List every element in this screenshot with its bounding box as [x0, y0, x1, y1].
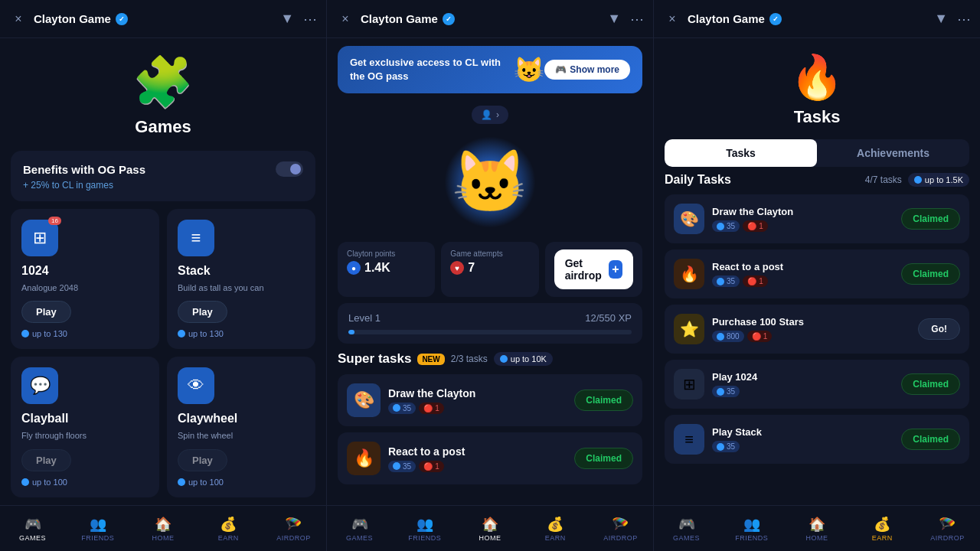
airdrop-nav-icon-1: 🪂	[285, 516, 302, 533]
claimed-daily-draw[interactable]: Claimed	[901, 208, 960, 230]
nav-friends-1[interactable]: 👥 FRIENDS	[65, 516, 130, 542]
game-card-stack: ≡ Stack Build as tall as you can Play up…	[167, 209, 315, 349]
nav-airdrop-3[interactable]: 🪂 AIRDROP	[915, 516, 980, 542]
task-info-draw: Draw the Clayton 35 🔴 1	[388, 387, 567, 414]
daily-task-thumb-stack: ≡	[674, 424, 704, 455]
nav-friends-2[interactable]: 👥 FRIENDS	[392, 516, 457, 542]
nav-earn-2[interactable]: 💰 EARN	[523, 516, 588, 542]
daily-task-name-draw: Draw the Clayton	[712, 206, 893, 217]
home-nav-label-2: HOME	[479, 534, 501, 542]
tag-r-draw: 🔴 1	[743, 220, 768, 232]
daily-task-name-react: React to a post	[712, 261, 893, 272]
verified-badge-tasks: ✓	[769, 13, 782, 25]
dropdown-icon-tasks[interactable]: ▼	[934, 11, 948, 27]
show-more-button[interactable]: 🎮 Show more	[544, 60, 630, 80]
game-reward-clayball: up to 100	[21, 478, 149, 487]
nav-friends-3[interactable]: 👥 FRIENDS	[719, 516, 784, 542]
super-tasks-header: Super tasks NEW 2/3 tasks up to 10K	[338, 351, 642, 367]
task-tags-draw: 35 🔴 1	[388, 403, 567, 414]
tab-tasks[interactable]: Tasks	[665, 139, 817, 167]
level-xp: 12/550 XP	[585, 312, 632, 324]
friends-nav-label-2: FRIENDS	[408, 534, 441, 542]
nav-earn-1[interactable]: 💰 EARN	[196, 516, 261, 542]
dropdown-icon-home[interactable]: ▼	[607, 11, 621, 27]
coin-icon-claywheel	[178, 478, 185, 486]
nav-home-2[interactable]: 🏠 HOME	[457, 516, 522, 542]
topbar-title-tasks: Clayton Game ✓	[688, 12, 928, 25]
nav-games-2[interactable]: 🎮 GAMES	[327, 516, 392, 542]
profile-pill[interactable]: 👤 ›	[472, 106, 508, 124]
close-icon-home[interactable]: ×	[336, 10, 354, 28]
home-nav-label-3: HOME	[806, 534, 828, 542]
daily-task-info-react: React to a post 35 🔴 1	[712, 261, 893, 287]
nav-games[interactable]: 🎮 GAMES	[0, 516, 65, 542]
airdrop-nav-label-1: AIRDROP	[276, 534, 311, 542]
stat-value-attempts: ♥ 7	[450, 261, 529, 275]
nav-earn-3[interactable]: 💰 EARN	[850, 516, 915, 542]
nav-airdrop-1[interactable]: 🪂 AIRDROP	[261, 516, 326, 542]
airdrop-button[interactable]: Get airdrop +	[554, 249, 633, 289]
nav-home-1[interactable]: 🏠 HOME	[130, 516, 195, 542]
nav-airdrop-2[interactable]: 🪂 AIRDROP	[588, 516, 653, 542]
claimed-daily-stack[interactable]: Claimed	[901, 429, 960, 450]
airdrop-nav-icon-3: 🪂	[939, 516, 956, 533]
close-icon[interactable]: ×	[9, 10, 28, 28]
bottom-nav-home: 🎮 GAMES 👥 FRIENDS 🏠 HOME 💰 EARN 🪂 AIRDRO…	[327, 505, 653, 551]
close-icon-tasks[interactable]: ×	[663, 10, 681, 28]
play-button-1024[interactable]: Play	[21, 301, 71, 323]
stats-row: Clayton points ● 1.4K Game attempts ♥ 7 …	[338, 242, 642, 297]
daily-reward-pill: up to 1.5K	[908, 173, 969, 187]
task-thumb-react: 🔥	[347, 442, 381, 475]
daily-coin-icon	[914, 176, 922, 184]
daily-task-name-stars: Purchase 100 Stars	[712, 316, 910, 328]
super-tasks-reward: up to 10K	[494, 352, 553, 366]
more-icon-tasks[interactable]: ⋯	[957, 11, 971, 28]
earn-nav-icon-2: 💰	[547, 516, 564, 533]
daily-task-react: 🔥 React to a post 35 🔴 1 Claime	[665, 249, 969, 298]
level-header: Level 1 12/550 XP	[348, 312, 632, 324]
play-button-clayball[interactable]: Play	[21, 449, 71, 471]
points-icon: ●	[347, 261, 361, 275]
task-name-draw: Draw the Clayton	[388, 387, 567, 399]
attempts-icon: ♥	[450, 261, 464, 275]
tag-b-stars: 800	[712, 331, 744, 342]
topbar-games: × Clayton Game ✓ ▼ ⋯	[0, 0, 326, 38]
games-nav-label: GAMES	[19, 534, 46, 542]
nav-games-3[interactable]: 🎮 GAMES	[654, 516, 719, 542]
game-desc-claywheel: Spin the wheel	[178, 430, 305, 441]
play-button-claywheel[interactable]: Play	[178, 449, 227, 471]
og-pass-toggle[interactable]	[276, 161, 303, 177]
game-card-1024: ⊞ 16 1024 Analogue 2048 Play up to 130	[11, 209, 159, 349]
topbar-actions-tasks: ▼ ⋯	[934, 11, 971, 28]
games-hero: 🧩 Games	[0, 38, 326, 145]
stat-card-airdrop: Get airdrop +	[545, 242, 642, 297]
go-button-stars[interactable]: Go!	[918, 318, 960, 340]
verified-badge-games: ✓	[116, 13, 128, 25]
game-reward-claywheel: up to 100	[178, 478, 305, 487]
tasks-hero: 🔥 Tasks	[654, 38, 980, 133]
coin-icon-clayball	[21, 478, 29, 486]
stat-card-attempts: Game attempts ♥ 7	[441, 242, 538, 297]
daily-task-name-stack: Play Stack	[712, 426, 893, 438]
games-nav-label-3: GAMES	[673, 534, 700, 542]
dropdown-icon-games[interactable]: ▼	[280, 11, 294, 27]
claimed-daily-1024[interactable]: Claimed	[901, 373, 960, 395]
tag-blue-draw: 35	[388, 403, 416, 414]
game-icon-clayball: 💬	[21, 367, 58, 404]
mascot-emoji: 🐱	[452, 146, 528, 218]
more-icon-games[interactable]: ⋯	[303, 11, 317, 28]
og-pass-card: Benefits with OG Pass + 25% to CL in gam…	[11, 151, 315, 201]
tab-achievements[interactable]: Achievements	[817, 139, 969, 167]
game-name-claywheel: Claywheel	[178, 412, 305, 425]
play-button-stack[interactable]: Play	[178, 301, 227, 323]
game-icon-claywheel: 👁	[178, 367, 214, 404]
nav-home-3[interactable]: 🏠 HOME	[784, 516, 849, 542]
claimed-daily-react[interactable]: Claimed	[901, 263, 960, 285]
claimed-button-draw[interactable]: Claimed	[574, 390, 633, 411]
more-icon-home[interactable]: ⋯	[630, 11, 644, 28]
tasks-tabs: Tasks Achievements	[665, 139, 969, 167]
plus-icon: +	[609, 260, 622, 279]
game-desc-1024: Analogue 2048	[21, 282, 149, 293]
claimed-button-react[interactable]: Claimed	[574, 448, 633, 469]
level-bar-fill	[348, 330, 354, 334]
